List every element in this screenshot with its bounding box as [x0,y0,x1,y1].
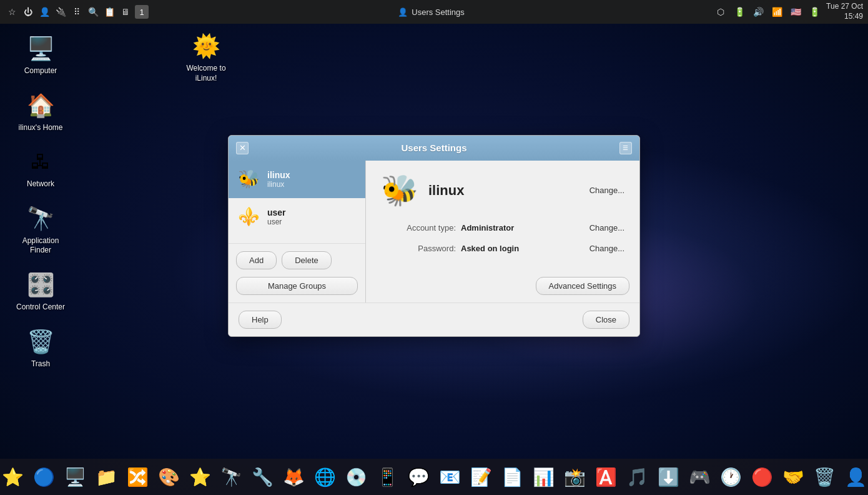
dialog-body: 🐝 ilinux ilinux ⚜️ user user [229,161,639,302]
user-list-column: 🐝 ilinux ilinux ⚜️ user user [229,161,366,302]
volume-icon[interactable]: 🔊 [751,5,765,19]
user-item-user[interactable]: ⚜️ user user [229,198,365,236]
advanced-settings-button[interactable]: Advanced Settings [536,277,629,295]
dialog-close-button[interactable]: ✕ [236,142,249,154]
user-subname: user [267,218,286,226]
dock-files[interactable]: 🖥️ [61,462,89,491]
user-icon[interactable]: 👤 [37,5,51,19]
clock: Tue 27 Oct 15:49 [826,2,863,21]
dock-user[interactable]: 👤 [841,462,868,491]
dock-timeshift[interactable]: 🕐 [716,462,745,491]
add-button[interactable]: Add [236,251,277,269]
advanced-settings-row: Advanced Settings [366,277,639,302]
user-avatar: ⚜️ [236,204,261,229]
dock-filemgr[interactable]: 📁 [92,462,121,491]
dock-dots[interactable]: 🔵 [29,462,58,491]
flag-icon[interactable]: 🇺🇸 [789,5,802,19]
dock-qbit[interactable]: ⬇️ [654,462,683,491]
dock-word[interactable]: 📝 [466,462,495,491]
user-list: 🐝 ilinux ilinux ⚜️ user user [229,161,365,243]
search-icon[interactable]: 🔍 [86,5,100,19]
dock-disk[interactable]: 💿 [342,462,370,491]
desktop: ☆ ⏻ 👤 🔌 ⠿ 🔍 📋 🖥 1 👤 Users Settings ⬡ 🔋 🔊… [0,0,868,495]
account-type-row: Account type: Administrator Change... [381,223,624,232]
selected-user-avatar: 🐝 [381,173,418,208]
apps-icon[interactable]: ⠿ [70,5,84,19]
selected-user-name: ilinux [428,182,464,199]
window-user-icon: 👤 [398,8,408,17]
taskbar-left: ☆ ⏻ 👤 🔌 ⠿ 🔍 📋 🖥 1 [5,5,149,19]
password-value: Asked on login [461,244,589,253]
dock-chrome[interactable]: 🌐 [310,462,339,491]
user-info: user user [267,208,286,226]
dock-teamviewer[interactable]: 🤝 [779,462,807,491]
dock-settings[interactable]: 🔀 [123,462,152,491]
taskbar-center: 👤 Users Settings [398,8,465,17]
delete-button[interactable]: Delete [282,251,332,269]
dock-anydesk[interactable]: 🔴 [747,462,776,491]
dock-firefox[interactable]: 🦊 [279,462,308,491]
bluetooth-icon[interactable]: ⬡ [714,5,727,19]
battery-icon[interactable]: 🔋 [732,5,746,19]
manage-groups-row: Manage Groups [229,277,365,302]
dock-capture[interactable]: 📸 [560,462,589,491]
dock-anote[interactable]: 🅰️ [591,462,620,491]
account-type-label: Account type: [381,223,456,232]
user-item-ilinux[interactable]: 🐝 ilinux ilinux [229,161,365,198]
close-button[interactable]: Close [583,311,629,329]
taskbar-title: Users Settings [412,8,465,17]
dialog-menu-button[interactable]: ☰ [619,142,632,154]
dock-skype[interactable]: 💬 [404,462,433,491]
dock-star2[interactable]: ⭐ [185,462,214,491]
password-label: Password: [381,244,456,253]
power-icon[interactable]: ⏻ [21,5,35,19]
user-detail-column: 🐝 ilinux Change... Account type: Adminis… [366,161,639,302]
power2-icon[interactable]: 🔋 [807,5,821,19]
dock-sheet[interactable]: 📊 [529,462,558,491]
help-button[interactable]: Help [239,311,282,329]
monitor-icon[interactable]: 🖥 [119,5,132,19]
time: 15:49 [826,12,863,22]
dock-paint[interactable]: 🎨 [154,462,183,491]
dock-viber[interactable]: 📱 [373,462,402,491]
taskbar-top: ☆ ⏻ 👤 🔌 ⠿ 🔍 📋 🖥 1 👤 Users Settings ⬡ 🔋 🔊… [0,0,868,24]
ilinux-name: ilinux [267,170,290,180]
password-row: Password: Asked on login Change... [381,244,624,253]
dialog-title: Users Settings [401,142,466,153]
add-delete-row: Add Delete [229,243,365,277]
dock-tool[interactable]: 🔧 [248,462,277,491]
ilinux-avatar: 🐝 [236,167,261,192]
dock-thunderbird[interactable]: 📧 [435,462,464,491]
ilinux-info: ilinux ilinux [267,170,290,189]
dock-binoculars[interactable]: 🔭 [217,462,245,491]
users-settings-dialog: ✕ Users Settings ☰ 🐝 ilinux ilinux [228,135,640,337]
taskbar-right: ⬡ 🔋 🔊 📶 🇺🇸 🔋 Tue 27 Oct 15:49 [714,2,863,21]
clipboard-icon[interactable]: 📋 [102,5,116,19]
signal-icon[interactable]: 📶 [770,5,784,19]
password-change[interactable]: Change... [589,244,624,253]
taskbar-bottom: ⭐ 🔵 🖥️ 📁 🔀 🎨 ⭐ 🔭 🔧 🦊 🌐 💿 📱 💬 📧 📝 📄 📊 📸 🅰… [0,459,868,495]
dialog-bottom-bar: Help Close [229,302,639,336]
window-number[interactable]: 1 [135,5,149,19]
change-avatar-link[interactable]: Change... [589,186,624,195]
user-detail-header: 🐝 ilinux Change... [381,173,624,208]
account-type-change[interactable]: Change... [589,223,624,232]
dialog-titlebar: ✕ Users Settings ☰ [229,136,639,161]
date: Tue 27 Oct [826,2,863,12]
manage-groups-button[interactable]: Manage Groups [236,277,358,295]
dock-star[interactable]: ⭐ [0,462,27,491]
network-icon[interactable]: 🔌 [54,5,67,19]
dock-vlc[interactable]: 🎵 [623,462,651,491]
dock-trash[interactable]: 🗑️ [810,462,839,491]
dialog-overlay: ✕ Users Settings ☰ 🐝 ilinux ilinux [0,0,868,471]
account-type-value: Administrator [461,223,589,232]
ilinux-subname: ilinux [267,180,290,189]
user-detail-content: 🐝 ilinux Change... Account type: Adminis… [366,161,639,277]
star-icon[interactable]: ☆ [5,5,19,19]
dock-steam[interactable]: 🎮 [685,462,714,491]
dock-wps[interactable]: 📄 [498,462,526,491]
user-name: user [267,208,286,218]
